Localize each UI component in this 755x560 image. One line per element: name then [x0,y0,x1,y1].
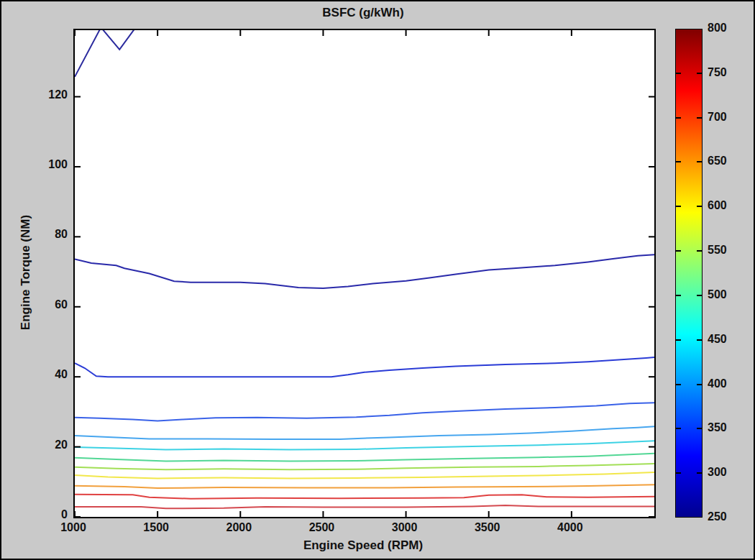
colorbar-tick-mark-650 [676,161,681,162]
colorbar-label-600: 600 [708,199,727,212]
colorbar-label-250: 250 [708,510,727,523]
y-tick-label-120: 120 [24,88,68,101]
colorbar-label-650: 650 [708,155,727,167]
colorbar-tick-mark-700 [697,117,702,119]
colorbar-label-700: 700 [708,111,727,124]
colorbar-tick-mark-600 [676,206,681,207]
y-tick-label-0: 0 [24,508,68,521]
colorbar-tick-mark-300 [676,472,681,474]
contour-line-250 [75,30,136,77]
colorbar-tick-mark-450 [676,339,681,341]
colorbar-tick-mark-500 [697,295,702,296]
colorbar-label-500: 500 [708,288,727,301]
colorbar-label-800: 800 [708,22,727,35]
contour-line-600 [75,464,654,469]
contour-line-300 [75,254,654,288]
matlab-figure-window: { "figure": { "background_color": "#c9c9… [0,0,755,560]
contour-line-550 [75,454,654,462]
contour-line-350 [75,357,654,377]
contour-line-800 [75,505,654,508]
colorbar-tick-mark-750 [697,73,702,74]
colorbar-tick-mark-400 [676,384,681,385]
colorbar-tick-mark-700 [676,117,681,119]
contour-line-500 [75,441,654,449]
colorbar-label-400: 400 [708,377,727,390]
colorbar-tick-mark-550 [697,250,702,252]
colorbar-tick-mark-450 [697,339,702,341]
x-tick-label-4000: 4000 [549,521,592,534]
y-tick-label-20: 20 [24,439,68,451]
colorbar-label-750: 750 [708,66,727,79]
colorbar-tick-mark-500 [676,295,681,296]
colorbar-label-300: 300 [708,466,727,479]
colorbar-tick-mark-350 [676,428,681,429]
contour-line-400 [75,403,654,421]
contour-line-450 [75,426,654,439]
y-axis-label: Engine Torque (NM) [19,143,33,402]
x-tick-label-3000: 3000 [383,521,426,534]
colorbar-tick-mark-650 [697,161,702,162]
colorbar-label-550: 550 [708,244,727,257]
chart-title: BSFC (g/kWh) [73,6,653,20]
contour-line-700 [75,485,654,488]
contour-plot-svg [75,30,654,517]
colorbar [675,29,703,518]
x-tick-label-2000: 2000 [217,521,260,534]
colorbar-tick-mark-600 [697,206,702,207]
x-tick-label-3500: 3500 [466,521,509,534]
colorbar-tick-mark-750 [676,73,681,74]
x-tick-label-2500: 2500 [300,521,343,534]
contour-line-650 [75,472,654,478]
colorbar-label-350: 350 [708,421,727,434]
colorbar-tick-mark-400 [697,384,702,385]
contour-line-750 [75,495,654,499]
figure-canvas: BSFC (g/kWh) 020406080100120 10001500200… [1,1,754,559]
colorbar-tick-mark-550 [676,250,681,252]
colorbar-tick-mark-300 [697,472,702,474]
plot-area [73,29,656,518]
colorbar-tick-mark-350 [697,428,702,429]
x-tick-label-1500: 1500 [134,521,178,534]
colorbar-label-450: 450 [708,333,727,346]
x-tick-label-1000: 1000 [52,521,95,534]
x-axis-label: Engine Speed (RPM) [73,538,653,553]
